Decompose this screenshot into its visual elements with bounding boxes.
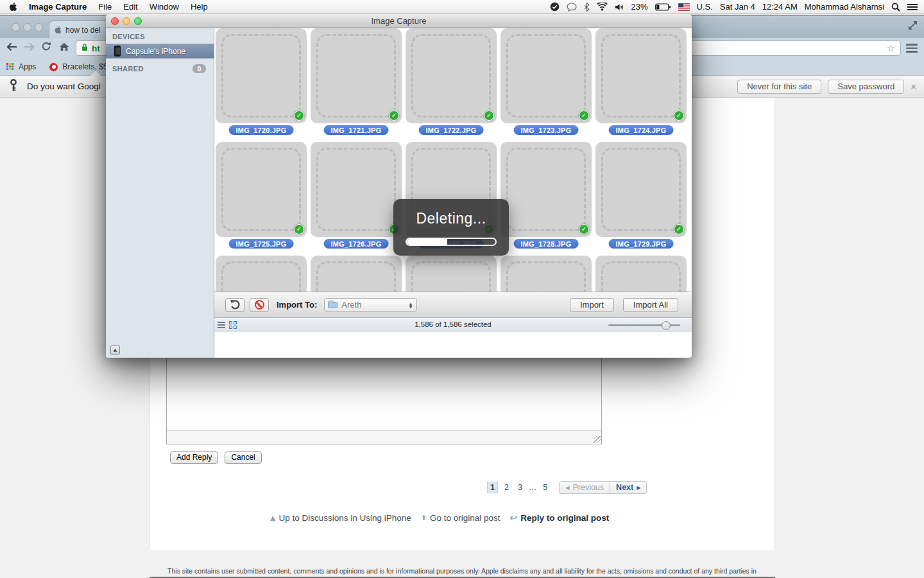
- status-bar: 1,586 of 1,586 selected: [214, 317, 692, 332]
- volume-icon[interactable]: [615, 3, 624, 11]
- bracelets-favicon: [49, 63, 58, 71]
- selected-check-icon: [484, 110, 494, 121]
- device-pane-toggle-button[interactable]: ▲: [110, 346, 120, 355]
- photo-cell[interactable]: IMG_1723.JPG: [501, 28, 592, 142]
- wifi-icon[interactable]: [597, 3, 608, 11]
- key-icon: [9, 79, 18, 94]
- home-button[interactable]: [59, 40, 69, 56]
- chrome-zoom-button[interactable]: [35, 23, 43, 31]
- prohibition-icon: [255, 300, 264, 310]
- rotate-button[interactable]: [225, 298, 244, 312]
- macos-menubar: Image Capture File Edit Window Help 23% …: [0, 0, 924, 14]
- check-circle-menu-icon[interactable]: [550, 2, 560, 12]
- chrome-menu-button[interactable]: [905, 42, 919, 54]
- selected-check-icon: [294, 224, 304, 234]
- us-flag-icon[interactable]: [678, 3, 690, 11]
- page-number[interactable]: 2: [502, 482, 511, 493]
- next-page-button[interactable]: Next▶: [610, 482, 646, 493]
- slider-knob[interactable]: [662, 321, 671, 330]
- apple-menu-icon[interactable]: [9, 2, 17, 12]
- page-number[interactable]: 3: [515, 482, 525, 493]
- devices-header: DEVICES: [106, 28, 214, 40]
- battery-icon[interactable]: [655, 3, 671, 11]
- window-title: Image Capture: [372, 16, 427, 26]
- filename-label: IMG_1723.JPG: [514, 125, 579, 135]
- chat-bubble-icon[interactable]: [567, 3, 577, 12]
- menu-window[interactable]: Window: [150, 2, 179, 12]
- delete-button[interactable]: [250, 298, 269, 312]
- bookmark-bracelets[interactable]: Bracelets, $5: [62, 62, 107, 71]
- photo-cell[interactable]: IMG_1729.JPG: [595, 142, 687, 256]
- thumbnail-zoom-slider[interactable]: [608, 324, 680, 326]
- photo-cell[interactable]: IMG_1722.JPG: [406, 28, 497, 142]
- minimize-traffic-light[interactable]: [123, 17, 130, 25]
- deleting-label: Deleting...: [393, 210, 509, 227]
- reply-arrow-icon: ↩: [510, 512, 518, 523]
- previous-page-button[interactable]: ◀Previous: [560, 482, 610, 493]
- zoom-traffic-light[interactable]: [134, 17, 142, 25]
- add-reply-button[interactable]: Add Reply: [170, 451, 218, 464]
- notification-center-icon[interactable]: [907, 3, 918, 11]
- import-to-label: Import To:: [277, 300, 317, 310]
- cancel-button[interactable]: Cancel: [225, 451, 261, 464]
- save-password-button[interactable]: Save password: [828, 80, 904, 94]
- image-capture-window: Image Capture DEVICES Capsule's iPhone S…: [106, 14, 692, 358]
- tab-title: how to del: [65, 26, 101, 35]
- filename-label: IMG_1725.JPG: [229, 239, 294, 249]
- forward-button[interactable]: [23, 40, 35, 56]
- close-traffic-light[interactable]: [111, 17, 119, 25]
- menu-file[interactable]: File: [98, 2, 112, 12]
- progress-fill: [407, 239, 447, 245]
- never-for-this-site-button[interactable]: Never for this site: [737, 80, 821, 94]
- reload-button[interactable]: [41, 40, 51, 56]
- photo-cell[interactable]: IMG_1720.JPG: [216, 28, 307, 142]
- reply-to-original-post-link[interactable]: ↩Reply to original post: [510, 512, 610, 523]
- dropdown-stepper-icon: ▲▼: [409, 302, 414, 308]
- import-all-button[interactable]: Import All: [623, 298, 678, 312]
- import-button[interactable]: Import: [570, 298, 614, 312]
- apps-grid-icon: [6, 63, 14, 71]
- photo-cell[interactable]: IMG_1721.JPG: [311, 28, 402, 142]
- filename-label: IMG_1721.JPG: [324, 125, 389, 135]
- up-to-discussions-link[interactable]: ▲Up to Discussions in Using iPhone: [270, 513, 411, 523]
- menubar-time[interactable]: 12:24 AM: [762, 2, 798, 12]
- https-lock-icon[interactable]: [81, 42, 88, 54]
- folder-icon: [328, 302, 338, 308]
- url-text: ht: [92, 44, 100, 53]
- destination-name: Areth: [341, 300, 361, 310]
- chrome-close-button[interactable]: [12, 23, 20, 31]
- infobar-close-icon[interactable]: ×: [911, 81, 916, 92]
- chrome-minimize-button[interactable]: [23, 23, 31, 31]
- selected-check-icon: [674, 110, 684, 121]
- photo-cell[interactable]: IMG_1728.JPG: [501, 142, 592, 256]
- editor-status-strip: [167, 430, 601, 444]
- menubar-app-name[interactable]: Image Capture: [29, 2, 87, 12]
- sidebar-item-device[interactable]: Capsule's iPhone: [106, 44, 214, 58]
- bookmark-star-icon[interactable]: ☆: [887, 42, 895, 54]
- bluetooth-icon[interactable]: [584, 3, 590, 12]
- import-destination-dropdown[interactable]: Areth ▲▼: [324, 298, 417, 311]
- resize-grip[interactable]: [594, 436, 601, 443]
- go-to-original-post-link[interactable]: ⬆Go to original post: [421, 513, 501, 523]
- back-button[interactable]: [6, 40, 18, 56]
- clipped-text-line: [150, 577, 775, 578]
- menu-help[interactable]: Help: [191, 2, 208, 12]
- photo-cell[interactable]: IMG_1725.JPG: [216, 142, 307, 256]
- site-disclaimer: This site contains user submitted conten…: [0, 567, 924, 575]
- page-number[interactable]: 5: [540, 482, 550, 493]
- page-number-current[interactable]: 1: [487, 482, 498, 493]
- menu-edit[interactable]: Edit: [123, 2, 137, 12]
- devices-sidebar: DEVICES Capsule's iPhone SHARED 0 ▲: [106, 28, 214, 358]
- spotlight-search-icon[interactable]: [891, 3, 900, 12]
- battery-percent: 23%: [631, 2, 648, 12]
- bookmark-apps[interactable]: Apps: [19, 62, 36, 71]
- iphone-icon: [114, 46, 121, 57]
- photo-cell[interactable]: IMG_1724.JPG: [595, 28, 687, 142]
- photo-cell[interactable]: IMG_1726.JPG: [311, 142, 402, 256]
- selected-check-icon: [389, 110, 399, 121]
- input-source-label[interactable]: U.S.: [697, 2, 713, 12]
- window-titlebar[interactable]: Image Capture: [106, 14, 692, 28]
- thumbnail-grid: IMG_1720.JPG IMG_1721.JPG IMG_1722.JPG I…: [214, 28, 692, 317]
- fullscreen-expand-icon[interactable]: [908, 21, 918, 33]
- menubar-username[interactable]: Mohammad Alshamsi: [805, 2, 884, 12]
